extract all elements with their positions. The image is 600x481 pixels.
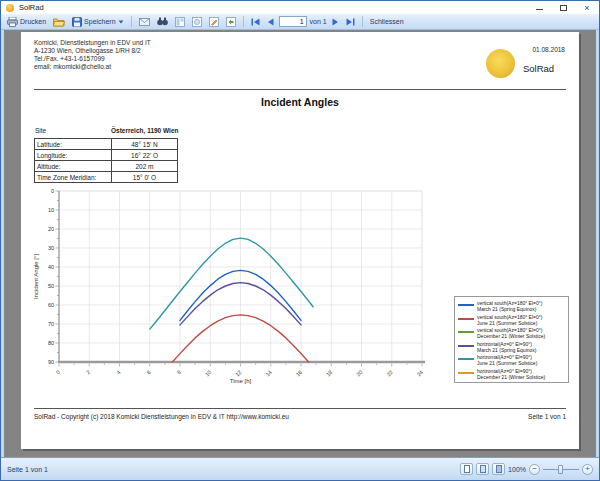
save-button-label: Speichern [84, 18, 116, 25]
first-page-button[interactable] [249, 17, 262, 27]
footer-rule [34, 408, 566, 409]
export-button[interactable] [224, 16, 238, 28]
app-sun-icon [6, 4, 14, 12]
next-page-button[interactable] [330, 17, 341, 27]
x-tick-label: 16 [295, 369, 304, 378]
report-page: Komicki, Dienstleistungen in EDV und IT … [21, 32, 579, 449]
chart-legend: vertical south(Az=180° El=0°)March 21 (S… [454, 296, 569, 383]
site-row-label: Latitude: [35, 139, 112, 150]
x-tick-label: 0 [55, 369, 61, 375]
thumbnails-button[interactable] [173, 16, 187, 28]
print-preview-area[interactable]: Komicki, Dienstleistungen in EDV und IT … [1, 30, 599, 457]
minimize-button[interactable] [527, 1, 551, 14]
watermark-button[interactable] [190, 16, 204, 28]
site-row-value: 202 m [112, 161, 177, 172]
edit-pencil-icon [209, 17, 219, 27]
x-tick-label: 14 [264, 369, 273, 378]
company-name: Komicki, Dienstleistungen in EDV und IT [34, 39, 151, 47]
prev-page-button[interactable] [265, 17, 276, 27]
multi-page-icon [480, 465, 486, 473]
zoom-slider[interactable] [543, 465, 579, 474]
x-tick-label: 10 [204, 369, 213, 378]
legend-line-sample [458, 372, 474, 374]
page-number-input[interactable] [279, 16, 307, 27]
footer-page-number: Seite 1 von 1 [528, 413, 566, 420]
legend-item: vertical south(Az=180° El=0°)June 21 (Su… [458, 314, 566, 326]
prev-page-icon [267, 18, 274, 26]
y-tick-label: 90 [48, 359, 54, 365]
site-row-label: Longitude: [35, 150, 112, 161]
x-tick-label: 18 [325, 369, 334, 378]
full-page-icon [496, 465, 502, 473]
search-button[interactable] [155, 16, 170, 27]
y-tick-label: 60 [48, 302, 54, 308]
first-page-icon [251, 18, 260, 26]
legend-label: horizontal(Az=0° El=90°)December 21 (Win… [477, 368, 545, 380]
thumbnails-icon [175, 17, 185, 27]
save-button[interactable]: Speichern [70, 16, 126, 28]
last-page-button[interactable] [344, 17, 357, 27]
full-page-view-button[interactable] [492, 463, 505, 475]
edit-page-button[interactable] [207, 16, 221, 28]
company-phone: Tel./Fax. +43-1-6157099 [34, 55, 151, 63]
toolbar-separator [131, 16, 132, 27]
maximize-button[interactable] [551, 1, 575, 14]
x-tick-label: 6 [146, 369, 152, 375]
zoom-slider-thumb[interactable] [558, 465, 563, 474]
legend-label: vertical south(Az=180° El=0°)March 21 (S… [477, 300, 542, 312]
legend-line-sample [458, 331, 474, 333]
zoom-level-label: 100% [508, 466, 526, 473]
multi-page-view-button[interactable] [476, 463, 489, 475]
company-street: A-1230 Wien, Othellogasse 1/RH 8/2 [34, 47, 151, 55]
zoom-in-button[interactable]: + [582, 464, 593, 475]
x-tick-label: 4 [115, 369, 121, 375]
site-label: Site [35, 127, 46, 134]
toolbar-separator [362, 16, 363, 27]
last-page-icon [346, 18, 355, 26]
plus-icon: + [585, 465, 590, 473]
save-icon [72, 17, 82, 27]
solrad-sun-logo [486, 49, 515, 78]
legend-item: vertical south(Az=180° El=0°)December 21… [458, 327, 566, 339]
close-preview-label: Schliessen [370, 18, 404, 25]
open-folder-icon [53, 17, 65, 27]
open-button[interactable] [51, 16, 67, 28]
maximize-icon [560, 5, 567, 11]
footer-copyright: SolRad - Copyright (c) 2018 Komicki Dien… [34, 413, 289, 420]
incident-angles-chart: 0102030405060708090024681012141618202224… [21, 182, 451, 397]
legend-line-sample [458, 304, 474, 306]
status-page-label: Seite 1 von 1 [7, 466, 460, 473]
legend-line-sample [458, 318, 474, 320]
close-preview-button[interactable]: Schliessen [368, 17, 406, 26]
company-address-block: Komicki, Dienstleistungen in EDV und IT … [34, 39, 151, 71]
x-tick-label: 2 [85, 369, 91, 375]
legend-label: vertical south(Az=180° El=0°)December 21… [477, 327, 545, 339]
x-tick-label: 8 [176, 369, 182, 375]
toolbar-separator [243, 16, 244, 27]
y-tick-label: 40 [48, 264, 54, 270]
y-tick-label: 50 [48, 283, 54, 289]
x-tick-label: 24 [416, 369, 425, 378]
status-bar: Seite 1 von 1 100% − + [1, 457, 599, 480]
title-bar: SolRad × [1, 1, 599, 14]
toolbar: Drucken Speichern [1, 14, 599, 30]
single-page-icon [464, 465, 470, 473]
y-tick-label: 70 [48, 321, 54, 327]
print-button[interactable]: Drucken [5, 16, 48, 28]
site-row-value: 16° 22' O [112, 150, 177, 161]
x-axis-title: Time [h] [230, 378, 252, 384]
single-page-view-button[interactable] [460, 463, 473, 475]
company-email: email: mkomicki@chello.at [34, 63, 151, 71]
legend-item: vertical south(Az=180° El=0°)March 21 (S… [458, 300, 566, 312]
close-button[interactable]: × [575, 1, 599, 14]
legend-line-sample [458, 358, 474, 360]
next-page-icon [332, 18, 339, 26]
minus-icon: − [532, 465, 537, 473]
zoom-out-button[interactable]: − [529, 464, 540, 475]
close-icon: × [584, 3, 589, 13]
report-title: Incident Angles [21, 96, 579, 108]
legend-line-sample [458, 345, 474, 347]
export-icon [226, 17, 236, 27]
site-name: Österreich, 1190 Wien [111, 127, 179, 134]
email-button[interactable] [137, 17, 152, 27]
